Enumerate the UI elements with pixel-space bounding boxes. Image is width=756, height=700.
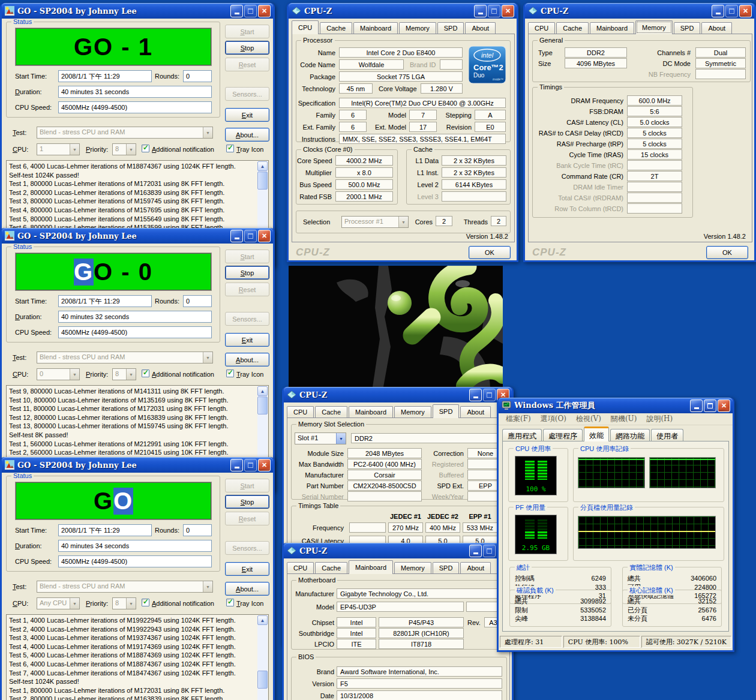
- reset-button[interactable]: Reset: [225, 58, 269, 71]
- tray-icon-checkbox[interactable]: [226, 145, 234, 152]
- tab-spd[interactable]: SPD: [433, 404, 460, 418]
- tab-cpu[interactable]: CPU: [287, 406, 314, 418]
- additional-notification-checkbox[interactable]: [142, 145, 149, 152]
- tab-cache[interactable]: Cache: [320, 22, 352, 34]
- close-button[interactable]: ✕: [718, 399, 730, 412]
- menu-item[interactable]: 檢視(V): [571, 414, 606, 424]
- tab-cache[interactable]: Cache: [315, 562, 347, 574]
- maximize-button[interactable]: [244, 230, 257, 242]
- tab-mainboard[interactable]: Mainboard: [590, 22, 634, 34]
- dropdown-arrow-icon[interactable]: ▼: [126, 598, 136, 609]
- tab-mainboard[interactable]: Mainboard: [353, 22, 398, 34]
- scroll-up-icon[interactable]: ▲: [257, 386, 268, 396]
- start-button[interactable]: Start: [225, 25, 269, 38]
- tab-spd[interactable]: SPD: [433, 562, 460, 574]
- tab-about[interactable]: About: [465, 22, 496, 34]
- start-button[interactable]: Start: [225, 250, 269, 263]
- dropdown-arrow-icon[interactable]: ▼: [70, 598, 79, 609]
- exit-button[interactable]: Exit: [225, 108, 269, 122]
- minimize-button[interactable]: [469, 389, 482, 401]
- stop-button[interactable]: Stop: [225, 495, 269, 509]
- scroll-thumb[interactable]: [257, 396, 268, 414]
- tab-spd[interactable]: SPD: [437, 22, 464, 34]
- tab-cpu[interactable]: CPU: [292, 20, 319, 34]
- processor-select[interactable]: Processor #1▼: [341, 216, 409, 228]
- priority-select[interactable]: 8▼: [112, 143, 136, 155]
- titlebar[interactable]: CPU-Z ✕: [525, 3, 754, 19]
- cpu-select[interactable]: Any CPU▼: [37, 597, 80, 609]
- ok-button[interactable]: OK: [469, 246, 511, 259]
- dropdown-arrow-icon[interactable]: ▼: [70, 369, 79, 380]
- titlebar[interactable]: GO - SP2004 by Johnny Lee ✕: [2, 3, 273, 19]
- tab-memory[interactable]: Memory: [399, 22, 436, 34]
- minimize-button[interactable]: [474, 5, 487, 17]
- tab-spd[interactable]: SPD: [674, 22, 701, 34]
- tab-about[interactable]: About: [701, 22, 732, 34]
- tab-mainboard[interactable]: Mainboard: [349, 406, 393, 418]
- reset-button[interactable]: Reset: [225, 512, 269, 525]
- tab-applications[interactable]: 應用程式: [502, 429, 542, 441]
- close-button[interactable]: ✕: [258, 459, 271, 471]
- dropdown-arrow-icon[interactable]: ▼: [336, 433, 346, 444]
- menu-item[interactable]: 檔案(F): [501, 414, 536, 424]
- maximize-button[interactable]: [704, 399, 716, 412]
- close-button[interactable]: ✕: [502, 5, 514, 17]
- titlebar[interactable]: CPU-Z ✕: [284, 543, 512, 558]
- tab-networking[interactable]: 網路功能: [610, 429, 650, 441]
- scroll-up-icon[interactable]: ▲: [257, 161, 268, 171]
- close-button[interactable]: ✕: [258, 230, 271, 242]
- minimize-button[interactable]: [690, 399, 703, 412]
- minimize-button[interactable]: [230, 5, 243, 17]
- tab-memory[interactable]: Memory: [394, 406, 431, 418]
- dropdown-arrow-icon[interactable]: ▼: [126, 369, 136, 380]
- ok-button[interactable]: OK: [706, 246, 748, 259]
- scroll-thumb[interactable]: [257, 172, 268, 190]
- dropdown-arrow-icon[interactable]: ▼: [70, 144, 79, 155]
- tab-cpu[interactable]: CPU: [528, 22, 555, 34]
- exit-button[interactable]: Exit: [225, 562, 269, 576]
- minimize-button[interactable]: [230, 230, 243, 242]
- start-button[interactable]: Start: [225, 479, 269, 492]
- test-select[interactable]: Blend - stress CPU and RAM▼: [37, 351, 213, 363]
- test-select[interactable]: Blend - stress CPU and RAM▼: [37, 581, 213, 593]
- scroll-thumb[interactable]: [257, 671, 268, 689]
- tray-icon-checkbox[interactable]: [226, 599, 234, 606]
- maximize-button[interactable]: [488, 5, 500, 17]
- test-log[interactable]: Test 1, 4000 Lucas-Lehmer iterations of …: [6, 614, 269, 700]
- maximize-button[interactable]: [244, 459, 257, 471]
- dropdown-arrow-icon[interactable]: ▼: [203, 581, 212, 592]
- tab-about[interactable]: About: [460, 562, 491, 574]
- minimize-button[interactable]: [469, 545, 482, 557]
- tab-performance[interactable]: 效能: [584, 426, 609, 441]
- titlebar[interactable]: CPU-Z ✕: [284, 387, 512, 402]
- tab-users[interactable]: 使用者: [651, 429, 683, 441]
- tab-cache[interactable]: Cache: [315, 406, 347, 418]
- maximize-button[interactable]: [483, 545, 496, 557]
- tab-cache[interactable]: Cache: [556, 22, 589, 34]
- additional-notification-checkbox[interactable]: [142, 369, 149, 377]
- menu-item[interactable]: 說明(H): [641, 414, 677, 424]
- scroll-up-icon[interactable]: ▲: [257, 615, 268, 625]
- minimize-button[interactable]: [230, 459, 243, 471]
- menu-item[interactable]: 關機(U): [606, 414, 641, 424]
- tab-memory[interactable]: Memory: [635, 20, 673, 34]
- dropdown-arrow-icon[interactable]: ▼: [126, 144, 136, 155]
- about-button[interactable]: About...: [225, 128, 269, 142]
- tab-mainboard[interactable]: Mainboard: [349, 560, 393, 574]
- about-button[interactable]: About...: [225, 353, 269, 366]
- tab-cpu[interactable]: CPU: [287, 562, 314, 574]
- tab-about[interactable]: About: [460, 406, 491, 418]
- tab-processes[interactable]: 處理程序: [543, 429, 583, 441]
- stop-button[interactable]: Stop: [225, 266, 269, 280]
- slot-select[interactable]: Slot #1▼: [295, 432, 346, 444]
- test-select[interactable]: Blend - stress CPU and RAM▼: [37, 127, 213, 139]
- cpu-select[interactable]: 0▼: [37, 368, 80, 380]
- close-button[interactable]: ✕: [739, 5, 752, 17]
- titlebar[interactable]: GO - SP2004 by Johnny Lee ✕: [2, 457, 273, 473]
- minimize-button[interactable]: [712, 5, 724, 17]
- maximize-button[interactable]: [244, 5, 257, 17]
- exit-button[interactable]: Exit: [225, 333, 269, 347]
- about-button[interactable]: About...: [225, 582, 269, 596]
- sensors-button[interactable]: Sensors...: [225, 312, 269, 326]
- tab-memory[interactable]: Memory: [394, 562, 431, 574]
